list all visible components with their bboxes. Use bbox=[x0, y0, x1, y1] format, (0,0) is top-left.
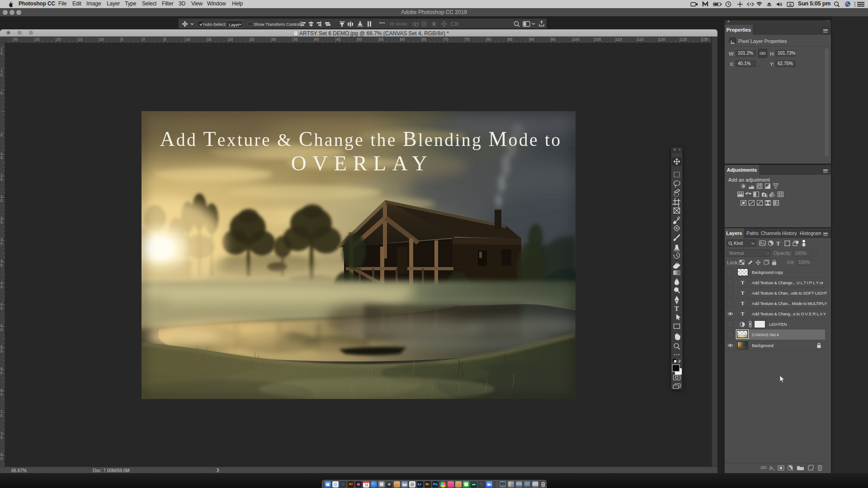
svg-text:45: 45 bbox=[336, 37, 341, 42]
svg-text:15: 15 bbox=[207, 37, 212, 42]
svg-text:0: 0 bbox=[0, 371, 3, 375]
svg-text:130: 130 bbox=[702, 37, 708, 42]
svg-text:80: 80 bbox=[487, 37, 491, 42]
svg-text:0: 0 bbox=[0, 285, 3, 289]
svg-text:35: 35 bbox=[293, 37, 298, 42]
svg-text:OVERLAY: OVERLAY bbox=[291, 151, 434, 175]
svg-text:70: 70 bbox=[444, 37, 448, 42]
svg-text:Add Texture & Change the Blend: Add Texture & Change the Blending Mode t… bbox=[160, 127, 561, 150]
svg-text:T: T bbox=[776, 240, 780, 247]
svg-text:5: 5 bbox=[0, 220, 3, 225]
svg-text:5: 5 bbox=[0, 349, 3, 353]
svg-text:15: 15 bbox=[78, 37, 83, 42]
svg-text:125: 125 bbox=[680, 37, 687, 42]
svg-text:105: 105 bbox=[594, 37, 601, 42]
svg-text:25: 25 bbox=[35, 37, 40, 42]
svg-text:5: 5 bbox=[164, 37, 166, 42]
svg-text:50: 50 bbox=[358, 37, 362, 42]
svg-text:55: 55 bbox=[379, 37, 384, 42]
svg-text:0: 0 bbox=[0, 155, 3, 160]
svg-text:5: 5 bbox=[121, 37, 123, 42]
svg-text:90: 90 bbox=[530, 37, 534, 42]
svg-text:110: 110 bbox=[616, 37, 622, 42]
svg-text:0: 0 bbox=[0, 73, 3, 77]
svg-text:T: T bbox=[675, 305, 679, 312]
svg-text:5: 5 bbox=[0, 263, 3, 267]
svg-text:0: 0 bbox=[0, 456, 3, 461]
svg-text:65: 65 bbox=[422, 37, 427, 42]
svg-text:85: 85 bbox=[508, 37, 513, 42]
svg-text:⌘: ⌘ bbox=[789, 3, 792, 6]
svg-text:0: 0 bbox=[0, 328, 3, 332]
svg-text:5: 5 bbox=[0, 435, 3, 440]
svg-text:30: 30 bbox=[14, 37, 18, 42]
svg-text:5: 5 bbox=[0, 91, 3, 95]
svg-text:115: 115 bbox=[637, 37, 644, 42]
svg-text:30: 30 bbox=[272, 37, 276, 42]
svg-text:60: 60 bbox=[401, 37, 405, 42]
svg-text:10: 10 bbox=[99, 37, 104, 42]
svg-text:20: 20 bbox=[57, 37, 61, 42]
svg-text:40: 40 bbox=[315, 37, 319, 42]
svg-text:100: 100 bbox=[573, 37, 580, 42]
svg-text:120: 120 bbox=[659, 37, 665, 42]
svg-text:fx: fx bbox=[769, 465, 773, 470]
svg-text:10: 10 bbox=[186, 37, 190, 42]
svg-text:0: 0 bbox=[0, 413, 3, 418]
svg-text:0: 0 bbox=[143, 37, 145, 42]
svg-text:75: 75 bbox=[465, 37, 470, 42]
svg-text:95: 95 bbox=[551, 37, 556, 42]
svg-text:5: 5 bbox=[0, 177, 3, 182]
svg-text:25: 25 bbox=[250, 37, 255, 42]
svg-text:5: 5 bbox=[0, 392, 3, 397]
svg-text:5: 5 bbox=[0, 133, 3, 137]
svg-text:0: 0 bbox=[0, 198, 3, 203]
svg-text:20: 20 bbox=[229, 37, 233, 42]
svg-text:0: 0 bbox=[0, 241, 3, 246]
svg-text:5: 5 bbox=[0, 306, 3, 310]
svg-text:5: 5 bbox=[0, 51, 3, 56]
